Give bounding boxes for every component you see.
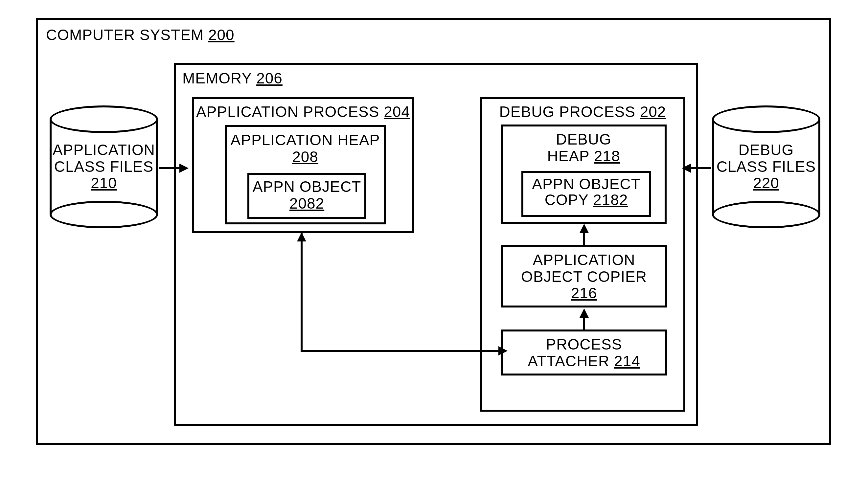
- application-object-copier-label: APPLICATION OBJECT COPIER 216: [503, 252, 665, 302]
- process-attacher-line1: PROCESS: [546, 336, 622, 353]
- application-process-label: APPLICATION PROCESS 204: [194, 103, 412, 121]
- application-process-text: APPLICATION PROCESS: [196, 103, 379, 120]
- memory-text: MEMORY: [182, 70, 252, 87]
- appn-object-text: APPN OBJECT: [253, 178, 362, 195]
- appn-object-box: APPN OBJECT 2082: [248, 173, 366, 219]
- app-object-copier-ref: 216: [571, 284, 597, 302]
- cylinder-top: [49, 105, 158, 133]
- application-heap-box: APPLICATION HEAP 208 APPN OBJECT 2082: [225, 125, 386, 224]
- debug-process-label: DEBUG PROCESS 202: [482, 103, 683, 121]
- appn-object-label: APPN OBJECT 2082: [249, 178, 364, 212]
- debug-process-ref: 202: [640, 103, 666, 120]
- memory-label: MEMORY 206: [182, 69, 689, 87]
- cylinder-bottom: [49, 201, 158, 228]
- arrow-head-icon: [499, 346, 507, 355]
- arrow-head-icon: [580, 308, 589, 318]
- debug-process-box: DEBUG PROCESS 202 DEBUG HEAP 218 APPN OB…: [480, 97, 685, 412]
- cylinder-top: [712, 105, 820, 133]
- process-attacher-ref: 214: [614, 352, 640, 370]
- debug-class-files-line2: CLASS FILES: [717, 158, 816, 175]
- application-heap-ref: 208: [292, 148, 318, 165]
- computer-system-box: COMPUTER SYSTEM 200 APPLICATION CLASS FI…: [36, 18, 831, 445]
- process-attacher-label: PROCESS ATTACHER 214: [503, 336, 665, 369]
- debug-class-files-ref: 220: [753, 174, 779, 192]
- debug-heap-box: DEBUG HEAP 218 APPN OBJECT COPY 2182: [501, 125, 666, 224]
- application-process-box: APPLICATION PROCESS 204 APPLICATION HEAP…: [192, 97, 414, 233]
- appn-object-copy-box: APPN OBJECT COPY 2182: [522, 171, 651, 217]
- application-heap-label: APPLICATION HEAP 208: [227, 132, 384, 165]
- arrow-app-to-attacher-horiz: [301, 350, 500, 352]
- appn-object-copy-line1: APPN OBJECT: [532, 175, 641, 193]
- arrow-head-icon: [580, 224, 589, 233]
- memory-box: MEMORY 206 APPLICATION PROCESS 204 APPLI…: [174, 63, 698, 426]
- debug-class-files-cylinder: DEBUG CLASS FILES 220: [712, 105, 820, 229]
- computer-system-label: COMPUTER SYSTEM 200: [46, 26, 821, 44]
- appn-object-copy-line2: COPY: [545, 191, 589, 208]
- appn-object-ref: 2082: [289, 195, 324, 212]
- app-object-copier-line1: APPLICATION: [533, 251, 636, 269]
- appn-object-copy-label: APPN OBJECT COPY 2182: [523, 176, 649, 208]
- debug-process-text: DEBUG PROCESS: [499, 103, 636, 120]
- process-attacher-line2: ATTACHER: [528, 352, 609, 370]
- app-class-files-label: APPLICATION CLASS FILES 210: [49, 141, 158, 192]
- app-class-files-ref: 210: [91, 174, 117, 192]
- memory-ref: 206: [256, 70, 283, 87]
- debug-heap-line1: DEBUG: [556, 131, 612, 148]
- app-class-files-line2: CLASS FILES: [54, 158, 153, 175]
- debug-class-files-label: DEBUG CLASS FILES 220: [712, 141, 820, 192]
- application-process-ref: 204: [384, 103, 410, 120]
- app-object-copier-line2: OBJECT COPIER: [521, 268, 647, 285]
- debug-heap-label: DEBUG HEAP 218: [503, 131, 665, 164]
- debug-heap-line2: HEAP: [547, 148, 590, 164]
- process-attacher-box: PROCESS ATTACHER 214: [501, 330, 667, 375]
- debug-heap-ref: 218: [594, 148, 620, 164]
- cylinder-bottom: [712, 201, 820, 228]
- arrow-app-to-attacher-vert: [301, 233, 302, 352]
- computer-system-ref: 200: [208, 26, 235, 43]
- appn-object-copy-ref: 2182: [593, 191, 628, 208]
- computer-system-text: COMPUTER SYSTEM: [46, 26, 204, 43]
- debug-class-files-line1: DEBUG: [739, 141, 794, 158]
- app-class-files-line1: APPLICATION: [53, 141, 155, 158]
- app-class-files-cylinder: APPLICATION CLASS FILES 210: [49, 105, 158, 229]
- application-heap-text: APPLICATION HEAP: [231, 132, 380, 148]
- arrow-head-icon: [297, 232, 306, 241]
- application-object-copier-box: APPLICATION OBJECT COPIER 216: [501, 245, 667, 307]
